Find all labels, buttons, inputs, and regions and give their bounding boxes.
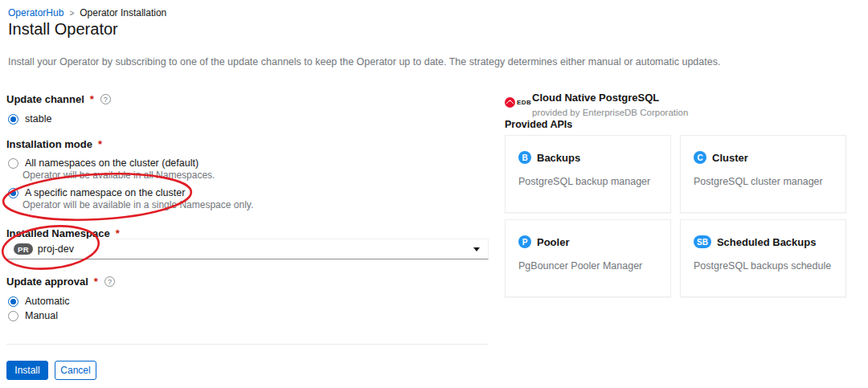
radio-approval-manual[interactable]: Manual — [8, 310, 58, 321]
api-description: PostgreSQL cluster manager — [694, 176, 833, 187]
api-description: PgBouncer Pooler Manager — [518, 260, 657, 272]
update-channel-label-text: Update channel — [6, 93, 84, 105]
api-description: PostgreSQL backup manager — [518, 176, 657, 187]
help-icon[interactable]: ? — [104, 276, 115, 287]
radio-specific-namespace-label: A specific namespace on the cluster — [25, 187, 185, 198]
radio-all-namespaces-helper: Operator will be available in all Namesp… — [23, 169, 215, 181]
api-abbr-badge: C — [694, 151, 706, 164]
radio-approval-automatic[interactable]: Automatic — [8, 296, 70, 307]
breadcrumb: OperatorHub > Operator Installation — [8, 7, 166, 18]
api-abbr-badge: B — [518, 151, 531, 164]
update-approval-label-text: Update approval — [6, 276, 88, 288]
radio-selected-icon — [8, 188, 18, 198]
required-asterisk: * — [98, 138, 102, 150]
api-name: Cluster — [712, 152, 748, 164]
installed-namespace-label: Installed Namespace* — [6, 227, 120, 239]
radio-all-namespaces-label: All namespaces on the cluster (default) — [25, 157, 199, 169]
provided-apis-label: Provided APIs — [505, 119, 572, 130]
api-name: Backups — [537, 152, 580, 164]
radio-approval-manual-label: Manual — [25, 310, 58, 321]
operator-provider: provided by EnterpriseDB Corporation — [532, 108, 688, 117]
page-description: Install your Operator by subscribing to … — [8, 56, 764, 67]
installation-mode-label-text: Installation mode — [6, 138, 92, 150]
cancel-button[interactable]: Cancel — [55, 361, 96, 380]
api-card-backups: B Backups PostgreSQL backup manager — [505, 135, 671, 213]
radio-selected-icon — [8, 296, 18, 307]
provided-apis-grid: B Backups PostgreSQL backup manager C Cl… — [505, 135, 846, 297]
operator-name: Cloud Native PostgreSQL — [532, 92, 688, 104]
api-card-scheduled-backups: SB Scheduled Backups PostgreSQL backups … — [680, 219, 846, 297]
install-button[interactable]: Install — [6, 361, 48, 380]
api-abbr-badge: SB — [694, 235, 711, 248]
edb-logo-icon — [505, 97, 515, 108]
update-channel-label: Update channel* ? — [6, 93, 111, 105]
edb-logo: EDB — [505, 97, 529, 108]
installed-namespace-value: proj-dev — [38, 243, 74, 255]
operator-header: EDB Cloud Native PostgreSQL provided by … — [505, 92, 688, 117]
api-abbr-badge: P — [518, 235, 531, 248]
installed-namespace-label-text: Installed Namespace — [6, 227, 110, 239]
api-card-cluster: C Cluster PostgreSQL cluster manager — [680, 135, 846, 213]
api-name: Pooler — [537, 236, 569, 248]
radio-selected-icon — [8, 114, 18, 125]
radio-specific-namespace[interactable]: A specific namespace on the cluster — [8, 187, 185, 198]
breadcrumb-current: Operator Installation — [80, 7, 166, 18]
breadcrumb-separator-icon: > — [69, 9, 74, 18]
radio-unselected-icon — [8, 311, 18, 321]
project-badge: PR — [14, 243, 33, 255]
required-asterisk: * — [90, 93, 94, 105]
radio-channel-stable[interactable]: stable — [8, 113, 51, 125]
edb-logo-text: EDB — [517, 99, 531, 106]
form-divider — [6, 344, 489, 345]
radio-all-namespaces[interactable]: All namespaces on the cluster (default) — [8, 157, 199, 169]
install-operator-page: OperatorHub > Operator Installation Inst… — [0, 0, 868, 388]
update-approval-label: Update approval* ? — [6, 276, 115, 288]
breadcrumb-link-operatorhub[interactable]: OperatorHub — [8, 7, 63, 18]
api-card-pooler: P Pooler PgBouncer Pooler Manager — [505, 219, 671, 297]
api-description: PostgreSQL backups schedule — [694, 260, 833, 272]
caret-down-icon — [473, 247, 480, 251]
page-title: Install Operator — [8, 20, 118, 39]
required-asterisk: * — [94, 276, 98, 288]
installed-namespace-select[interactable]: PR proj-dev — [6, 239, 489, 259]
installation-mode-label: Installation mode* — [6, 138, 102, 150]
radio-specific-namespace-helper: Operator will be available in a single N… — [23, 199, 253, 210]
required-asterisk: * — [116, 227, 120, 239]
api-name: Scheduled Backups — [717, 236, 817, 248]
radio-approval-automatic-label: Automatic — [25, 296, 70, 307]
help-icon[interactable]: ? — [100, 94, 111, 104]
radio-unselected-icon — [8, 158, 18, 169]
radio-channel-stable-label: stable — [25, 113, 51, 125]
